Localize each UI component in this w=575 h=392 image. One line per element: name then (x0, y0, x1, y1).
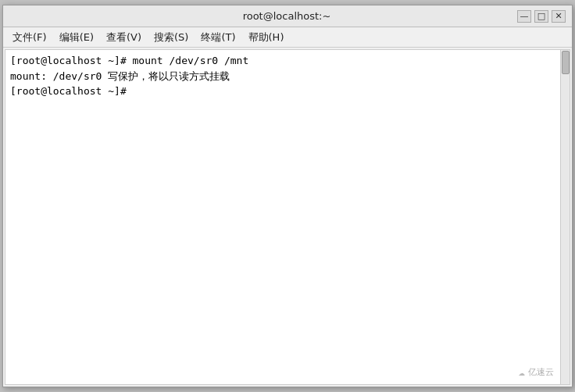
maximize-button[interactable]: □ (534, 10, 548, 23)
close-button[interactable]: ✕ (552, 10, 566, 23)
terminal-line-2: mount: /dev/sr0 写保护，将以只读方式挂载 (10, 69, 565, 84)
terminal-line-3: [root@localhost ~]# (10, 84, 565, 99)
menu-bar: 文件(F)编辑(E)查看(V)搜索(S)终端(T)帮助(H) (3, 27, 572, 48)
menu-item[interactable]: 帮助(H) (242, 29, 291, 46)
menu-item[interactable]: 查看(V) (100, 29, 148, 46)
cloud-icon: ☁ (519, 365, 525, 378)
scrollbar-thumb[interactable] (562, 51, 570, 74)
menu-item[interactable]: 编辑(E) (53, 29, 100, 46)
menu-item[interactable]: 文件(F) (6, 29, 53, 46)
menu-item[interactable]: 搜索(S) (148, 29, 195, 46)
scrollbar[interactable] (560, 50, 570, 384)
window-title: root@localhost:~ (56, 10, 517, 22)
minimize-button[interactable]: — (517, 10, 531, 23)
terminal-area[interactable]: [root@localhost ~]# mount /dev/sr0 /mnt … (5, 49, 570, 385)
title-bar: root@localhost:~ — □ ✕ (3, 5, 572, 27)
terminal-window: root@localhost:~ — □ ✕ 文件(F)编辑(E)查看(V)搜索… (2, 5, 573, 387)
menu-item[interactable]: 终端(T) (195, 29, 241, 46)
watermark-text: 亿速云 (528, 366, 554, 378)
window-controls: — □ ✕ (517, 10, 566, 23)
terminal-line-1: [root@localhost ~]# mount /dev/sr0 /mnt (10, 53, 565, 69)
watermark: ☁ 亿速云 (519, 365, 554, 378)
